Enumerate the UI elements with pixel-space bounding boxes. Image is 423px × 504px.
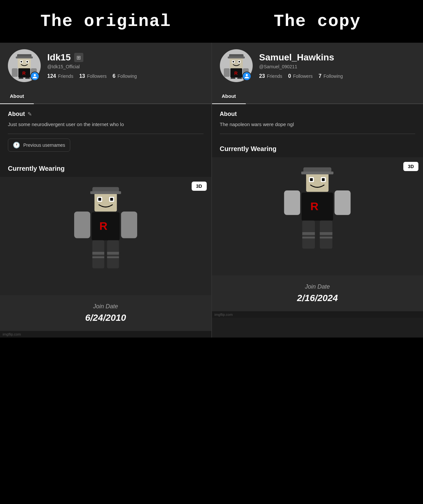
original-tab-about[interactable]: About bbox=[0, 89, 34, 103]
copy-3d-button[interactable]: 3D bbox=[403, 162, 418, 171]
original-followers-stat: 13 Followers bbox=[79, 73, 107, 79]
original-divider bbox=[8, 134, 203, 134]
original-following-count: 6 bbox=[113, 73, 116, 79]
original-about-title-row: About ✎ bbox=[8, 111, 203, 118]
svg-rect-22 bbox=[74, 211, 90, 238]
svg-rect-59 bbox=[320, 236, 332, 238]
svg-rect-39 bbox=[224, 68, 230, 77]
copy-profile-info: Samuel_Hawkins @Samuel_090211 23 Friends… bbox=[259, 52, 415, 79]
original-followers-count: 13 bbox=[79, 73, 85, 79]
copy-label-col: The copy bbox=[212, 12, 423, 31]
copy-join-date-value: 2/16/2024 bbox=[220, 293, 415, 303]
svg-text:R: R bbox=[99, 219, 108, 232]
copy-tab-about[interactable]: About bbox=[212, 89, 246, 103]
svg-rect-29 bbox=[107, 256, 119, 258]
copy-profile-name-row: Samuel_Hawkins bbox=[259, 52, 415, 63]
svg-text:R: R bbox=[310, 200, 319, 212]
original-3d-button[interactable]: 3D bbox=[192, 182, 207, 191]
svg-rect-42 bbox=[237, 77, 242, 79]
person-icon bbox=[32, 74, 37, 79]
svg-rect-18 bbox=[98, 198, 101, 201]
svg-rect-12 bbox=[25, 77, 30, 79]
copy-friends-count: 23 bbox=[259, 73, 265, 79]
main-content: R Idk15 bbox=[0, 43, 423, 338]
copy-avatar-3d: 3D R bbox=[212, 157, 423, 275]
svg-rect-45 bbox=[301, 171, 333, 174]
copy-divider bbox=[220, 134, 415, 134]
original-avatar-3d: 3D R bbox=[0, 177, 211, 295]
copy-about-section: About The napoleon wars were dope ngl bbox=[212, 104, 423, 145]
svg-rect-41 bbox=[231, 77, 235, 79]
svg-rect-36 bbox=[239, 61, 240, 62]
history-icon: 🕐 bbox=[13, 142, 20, 149]
original-about-heading: About bbox=[8, 111, 25, 118]
svg-rect-48 bbox=[310, 178, 313, 181]
copy-following-stat: 7 Following bbox=[319, 73, 343, 79]
copy-following-label: Following bbox=[324, 74, 343, 79]
svg-rect-9 bbox=[12, 68, 18, 77]
original-about-text: Just some neurodivergent user on the int… bbox=[8, 121, 203, 128]
copy-followers-count: 0 bbox=[288, 73, 291, 79]
svg-rect-32 bbox=[228, 56, 245, 58]
copy-handle: @Samuel_090211 bbox=[259, 64, 415, 69]
svg-rect-58 bbox=[302, 236, 315, 238]
copy-watermark: imgflip.com bbox=[212, 311, 423, 318]
svg-rect-11 bbox=[19, 77, 23, 79]
original-avatar-badge bbox=[30, 72, 39, 81]
copy-stats: 23 Friends 0 Followers 7 Following bbox=[259, 73, 415, 79]
original-verified-icon: ⊞ bbox=[74, 53, 83, 62]
original-prev-usernames[interactable]: 🕐 Previous usernames bbox=[8, 139, 70, 152]
copy-character-svg: R bbox=[278, 164, 357, 269]
copy-person-icon bbox=[244, 74, 249, 79]
original-friends-count: 124 bbox=[47, 73, 56, 79]
original-panel: R Idk15 bbox=[0, 43, 212, 338]
original-profile-info: Idk15 ⊞ @Idk15_Official 124 Friends 13 F… bbox=[47, 52, 203, 79]
copy-followers-label: Followers bbox=[293, 74, 313, 79]
copy-about-title-row: About bbox=[220, 111, 415, 118]
svg-rect-28 bbox=[92, 256, 104, 258]
original-join-date-label: Join Date bbox=[8, 303, 203, 310]
svg-rect-49 bbox=[322, 178, 325, 181]
svg-rect-6 bbox=[27, 61, 28, 62]
original-label-col: The original bbox=[0, 12, 212, 31]
original-watermark: imgflip.com bbox=[0, 331, 211, 338]
copy-about-heading: About bbox=[220, 111, 237, 118]
copy-join-date-section: Join Date 2/16/2024 bbox=[212, 275, 423, 311]
original-profile-header: R Idk15 bbox=[0, 43, 211, 89]
original-currently-wearing-title: Currently Wearing bbox=[0, 165, 211, 172]
svg-text:R: R bbox=[234, 71, 238, 76]
original-avatar-wrapper: R bbox=[8, 49, 41, 82]
svg-rect-52 bbox=[284, 190, 300, 215]
copy-join-date-label: Join Date bbox=[220, 283, 415, 290]
original-about-section: About ✎ Just some neurodivergent user on… bbox=[0, 104, 211, 165]
original-character-svg: R bbox=[66, 184, 145, 289]
svg-rect-15 bbox=[90, 191, 121, 194]
original-join-date-section: Join Date 6/24/2010 bbox=[0, 295, 211, 331]
original-tab-bar: About bbox=[0, 89, 211, 104]
copy-username: Samuel_Hawkins bbox=[259, 52, 334, 63]
copy-avatar-badge bbox=[242, 72, 251, 81]
copy-followers-stat: 0 Followers bbox=[288, 73, 313, 79]
original-stats: 124 Friends 13 Followers 6 Following bbox=[47, 73, 203, 79]
svg-rect-56 bbox=[302, 232, 315, 235]
original-following-stat: 6 Following bbox=[113, 73, 137, 79]
copy-tab-bar: About bbox=[212, 89, 423, 104]
original-friends-stat: 124 Friends bbox=[47, 73, 73, 79]
original-friends-label: Friends bbox=[58, 74, 74, 79]
svg-text:R: R bbox=[22, 71, 26, 76]
original-following-label: Following bbox=[117, 74, 137, 79]
original-handle: @Idk15_Official bbox=[47, 64, 203, 69]
original-followers-label: Followers bbox=[87, 74, 107, 79]
svg-rect-35 bbox=[233, 61, 234, 62]
copy-following-count: 7 bbox=[319, 73, 322, 79]
copy-currently-wearing-title: Currently Wearing bbox=[212, 145, 423, 153]
svg-rect-2 bbox=[16, 56, 33, 58]
svg-rect-53 bbox=[335, 190, 351, 215]
original-label: The original bbox=[0, 12, 212, 31]
edit-icon[interactable]: ✎ bbox=[28, 111, 32, 117]
original-prev-usernames-label: Previous usernames bbox=[23, 142, 65, 148]
original-profile-name-row: Idk15 ⊞ bbox=[47, 52, 203, 63]
original-username: Idk15 bbox=[47, 52, 71, 63]
svg-rect-26 bbox=[92, 252, 104, 255]
copy-friends-label: Friends bbox=[267, 74, 282, 79]
